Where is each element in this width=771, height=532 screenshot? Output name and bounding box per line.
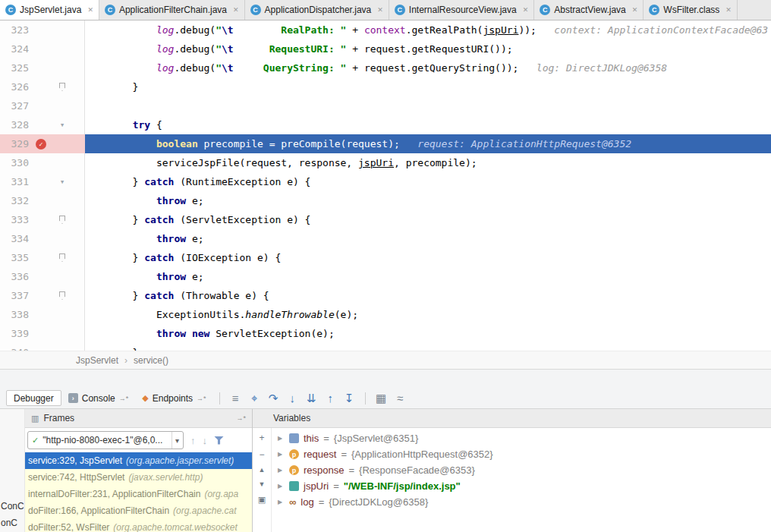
variable-row[interactable]: ▶ this = {JspServlet@6351} [272, 430, 771, 446]
chevron-down-icon[interactable]: ▾ [172, 432, 179, 449]
tab-jspservlet[interactable]: C JspServlet.java ✕ [0, 0, 99, 20]
thread-selector[interactable]: ✓ "http-nio-8080-exec-1"@6,0... ▾ [27, 431, 184, 449]
breakpoint-icon[interactable]: ✓ [36, 139, 46, 150]
editor-gutter[interactable]: 338 [0, 305, 85, 324]
code-line-331[interactable]: 331▾ } catch (RuntimeException e) { [0, 172, 771, 191]
fold-end-marker-icon[interactable] [59, 216, 65, 224]
code-line-326[interactable]: 326 } [0, 77, 771, 96]
frame-row[interactable]: service:329, JspServlet (org.apache.jasp… [25, 452, 252, 469]
code-text[interactable]: throw e; [85, 191, 771, 210]
code-text[interactable]: log.debug("\t QueryString: " + request.g… [85, 58, 771, 77]
code-text[interactable]: boolean precompile = preCompile(request)… [85, 134, 771, 153]
copy-icon[interactable]: ▣ [258, 496, 266, 504]
expand-chevron-icon[interactable]: ▶ [278, 435, 285, 442]
code-text[interactable] [85, 96, 771, 115]
code-line-333[interactable]: 333 } catch (ServletException e) { [0, 210, 771, 229]
frame-row[interactable]: internalDoFilter:231, ApplicationFilterC… [25, 486, 252, 502]
tab-console[interactable]: › Console →* [61, 390, 136, 406]
close-icon[interactable]: ✕ [725, 6, 732, 14]
expand-chevron-icon[interactable]: ▶ [278, 451, 285, 458]
code-text[interactable]: } catch (IOException e) { [85, 248, 771, 267]
fold-end-marker-icon[interactable] [59, 253, 65, 262]
step-into-icon[interactable]: ↓ [283, 392, 302, 405]
code-text[interactable]: try { [85, 115, 771, 134]
step-over-icon[interactable]: ↷ [264, 392, 283, 405]
editor-gutter[interactable]: 337 [0, 286, 85, 305]
editor-gutter[interactable]: 324 [0, 39, 85, 58]
editor-gutter[interactable]: 323 [0, 20, 85, 39]
expand-chevron-icon[interactable]: ▶ [278, 467, 285, 474]
code-text[interactable]: } catch (RuntimeException e) { [85, 172, 771, 191]
code-text[interactable]: } [85, 343, 771, 351]
editor-gutter[interactable]: 340 [0, 343, 85, 351]
editor-gutter[interactable]: 335 [0, 248, 85, 267]
code-line-340[interactable]: 340 } [0, 343, 771, 351]
code-text[interactable]: throw new ServletException(e); [85, 324, 771, 343]
previous-frame-icon[interactable]: ↑ [190, 435, 196, 446]
tab-wsfilter[interactable]: C WsFilter.class ✕ [644, 0, 738, 20]
close-icon[interactable]: ✕ [377, 6, 383, 14]
code-editor[interactable]: 323 log.debug("\t RealPath: " + context.… [0, 20, 771, 351]
code-text[interactable]: } [85, 77, 771, 96]
fold-end-marker-icon[interactable] [59, 291, 65, 300]
frame-row[interactable]: doFilter:52, WsFilter (org.apache.tomcat… [25, 519, 252, 532]
code-line-332[interactable]: 332 throw e; [0, 191, 771, 210]
code-text[interactable]: throw e; [85, 229, 771, 248]
editor-gutter[interactable]: 325 [0, 58, 85, 77]
close-icon[interactable]: ✕ [233, 6, 239, 14]
editor-gutter[interactable]: 330 [0, 153, 85, 172]
code-line-334[interactable]: 334 throw e; [0, 229, 771, 248]
close-icon[interactable]: ✕ [632, 6, 638, 14]
code-text[interactable]: log.debug("\t RealPath: " + context.getR… [85, 20, 771, 39]
code-line-337[interactable]: 337 } catch (Throwable e) { [0, 286, 771, 305]
step-out-icon[interactable]: ↑ [321, 392, 340, 405]
hide-library-frames-filter-icon[interactable] [214, 436, 224, 445]
editor-gutter[interactable]: 329✓ [0, 134, 85, 153]
editor-gutter[interactable]: 326 [0, 77, 85, 96]
code-line-325[interactable]: 325 log.debug("\t QueryString: " + reque… [0, 58, 771, 77]
tab-endpoints[interactable]: ◆ Endpoints →* [135, 390, 212, 406]
frame-row[interactable]: doFilter:166, ApplicationFilterChain (or… [25, 502, 252, 519]
variable-row[interactable]: ▶ p request = {ApplicationHttpRequest@63… [272, 446, 771, 462]
code-line-335[interactable]: 335 } catch (IOException e) { [0, 248, 771, 267]
breadcrumb-class[interactable]: JspServlet [76, 355, 118, 366]
remove-watch-icon[interactable]: − [259, 450, 264, 459]
tab-abstractview[interactable]: C AbstractView.java ✕ [534, 0, 644, 20]
fold-marker-icon[interactable]: ▾ [60, 115, 65, 134]
code-text[interactable]: ExceptionUtils.handleThrowable(e); [85, 305, 771, 324]
view-breakpoints-icon[interactable]: ▦ [372, 392, 391, 405]
code-text[interactable]: } catch (Throwable e) { [85, 286, 771, 305]
code-line-338[interactable]: 338 ExceptionUtils.handleThrowable(e); [0, 305, 771, 324]
scroll-up-icon[interactable]: ▲ [259, 467, 266, 474]
editor-gutter[interactable]: 327 [0, 96, 85, 115]
code-line-339[interactable]: 339 throw new ServletException(e); [0, 324, 771, 343]
run-to-cursor-icon[interactable]: ↧ [340, 392, 359, 405]
code-text[interactable]: serviceJspFile(request, response, jspUri… [85, 153, 771, 172]
editor-gutter[interactable]: 332 [0, 191, 85, 210]
expand-chevron-icon[interactable]: ▶ [278, 499, 285, 505]
editor-gutter[interactable]: 336 [0, 267, 85, 286]
scroll-down-icon[interactable]: ▼ [259, 481, 266, 488]
editor-gutter[interactable]: 334 [0, 229, 85, 248]
editor-gutter[interactable]: 331▾ [0, 172, 85, 191]
tab-debugger[interactable]: Debugger [6, 390, 61, 406]
code-line-330[interactable]: 330 serviceJspFile(request, response, js… [0, 153, 771, 172]
tab-applicationdispatcher[interactable]: C ApplicationDispatcher.java ✕ [245, 0, 389, 20]
close-icon[interactable]: ✕ [87, 6, 93, 14]
tab-internalresourceview[interactable]: C InternalResourceView.java ✕ [389, 0, 534, 20]
code-text[interactable]: } catch (ServletException e) { [85, 210, 771, 229]
close-icon[interactable]: ✕ [523, 6, 529, 14]
code-line-328[interactable]: 328▾ try { [0, 115, 771, 134]
variable-row[interactable]: ▶ jspUri = "/WEB-INF/jsp/index.jsp" [272, 478, 771, 494]
editor-gutter[interactable]: 328▾ [0, 115, 85, 134]
fold-marker-icon[interactable]: ▾ [60, 172, 65, 191]
mute-breakpoints-icon[interactable]: ≈ [391, 392, 410, 405]
expand-chevron-icon[interactable]: ▶ [278, 483, 285, 490]
force-step-into-icon[interactable]: ⇊ [302, 392, 321, 405]
layout-menu-icon[interactable]: ≡ [226, 392, 245, 405]
code-line-323[interactable]: 323 log.debug("\t RealPath: " + context.… [0, 20, 771, 39]
code-text[interactable]: log.debug("\t RequestURI: " + request.ge… [85, 39, 771, 58]
code-line-324[interactable]: 324 log.debug("\t RequestURI: " + reques… [0, 39, 771, 58]
next-frame-icon[interactable]: ↓ [203, 435, 208, 446]
panel-options-icon[interactable]: →* [236, 414, 246, 422]
